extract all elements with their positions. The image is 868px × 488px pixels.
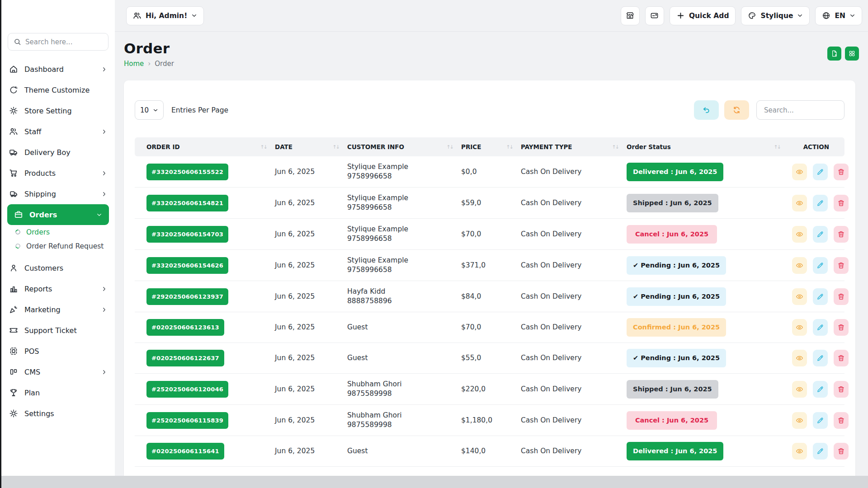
view-order-button[interactable] [792,195,807,211]
sidebar-item-products[interactable]: Products [1,163,115,183]
trash-icon [837,417,845,424]
sidebar-item-cms[interactable]: CMS [1,361,115,382]
view-order-button[interactable] [792,226,807,243]
order-id-badge[interactable]: #020250606122637 [146,350,224,366]
delete-order-button[interactable] [834,288,849,305]
user-menu-button[interactable]: Hi, Admin! [126,6,204,25]
edit-order-button[interactable] [813,164,828,180]
view-order-button[interactable] [792,443,807,460]
sidebar-search-input[interactable] [25,38,103,46]
payment-type: Cash On Delivery [516,156,622,188]
order-id-badge[interactable]: #020250606123613 [146,319,224,336]
sort-icon[interactable]: ↑↓ [506,144,513,150]
eye-icon [796,168,803,176]
sidebar-item-theme-customize[interactable]: Theme Customize [1,80,115,100]
view-order-button[interactable] [792,381,807,398]
sidebar-item-support-ticket[interactable]: Support Ticket [1,320,115,341]
sidebar-item-reports[interactable]: Reports [1,278,115,299]
sort-icon[interactable]: ↑↓ [612,144,618,150]
delete-order-button[interactable] [834,226,849,243]
edit-order-button[interactable] [813,443,828,460]
order-date: Jun 6, 2025 [270,250,343,281]
sidebar-search[interactable] [8,33,108,51]
row-actions [784,405,844,436]
quick-add-button[interactable]: Quick Add [670,6,736,25]
briefcase-icon [14,210,23,219]
delete-order-button[interactable] [834,381,849,398]
grid-view-button[interactable] [845,47,859,61]
sidebar-item-marketing[interactable]: Marketing [1,299,115,320]
sort-icon[interactable]: ↑↓ [447,144,453,150]
export-button[interactable] [827,47,841,61]
trash-icon [837,230,845,238]
store-switcher-button[interactable]: Stylique [741,6,810,25]
order-id-badge[interactable]: #2520250606115839 [146,412,228,429]
edit-order-button[interactable] [813,319,828,336]
undo-button[interactable] [694,100,719,120]
pencil-icon [816,230,824,238]
view-order-button[interactable] [792,164,807,180]
view-order-button[interactable] [792,257,807,274]
delete-order-button[interactable] [834,319,849,336]
pencil-icon [816,417,824,424]
sidebar-item-label: Customers [24,264,63,272]
sidebar-item-staff[interactable]: Staff [1,121,115,142]
order-id-badge[interactable]: #3320250606154703 [146,226,228,243]
edit-order-button[interactable] [813,226,828,243]
refresh-button[interactable] [724,100,749,120]
edit-order-button[interactable] [813,412,828,429]
sidebar-subitem-order-refund-request[interactable]: Order Refund Request [1,239,115,253]
edit-order-button[interactable] [813,288,828,305]
sort-icon[interactable]: ↑↓ [260,144,267,150]
storefront-button[interactable] [621,6,640,25]
order-price: $70,0 [457,312,516,343]
column-header-price[interactable]: PRICE↑↓ [457,137,516,156]
view-order-button[interactable] [792,350,807,366]
delete-order-button[interactable] [834,412,849,429]
table-search-input[interactable] [756,100,844,120]
delete-order-button[interactable] [834,164,849,180]
view-order-button[interactable] [792,412,807,429]
column-header-customer-info[interactable]: CUSTOMER INFO↑↓ [343,137,457,156]
order-id-badge[interactable]: #2920250606123937 [146,288,228,305]
sort-icon[interactable]: ↑↓ [774,144,780,150]
sidebar-item-label: Shipping [24,190,56,198]
delete-order-button[interactable] [834,443,849,460]
edit-order-button[interactable] [813,257,828,274]
per-page-select[interactable]: 10 [135,100,164,120]
column-header-order-status[interactable]: Order Status↑↓ [622,137,784,156]
edit-order-button[interactable] [813,381,828,398]
view-order-button[interactable] [792,319,807,336]
order-id-badge[interactable]: #3320250606155522 [146,164,228,180]
column-header-date[interactable]: DATE↑↓ [270,137,343,156]
order-id-badge[interactable]: #2520250606120046 [146,381,228,398]
language-button[interactable]: EN [815,6,862,25]
sidebar-item-orders[interactable]: Orders [7,204,109,225]
edit-order-button[interactable] [813,195,828,211]
order-id-badge[interactable]: #3320250606154821 [146,195,228,211]
sidebar-item-pos[interactable]: POS [1,341,115,361]
view-order-button[interactable] [792,288,807,305]
order-id-badge[interactable]: #3320250606154626 [146,257,228,274]
column-header-payment-type[interactable]: PAYMENT TYPE↑↓ [516,137,622,156]
sidebar-item-customers[interactable]: Customers [1,258,115,278]
order-id-badge[interactable]: #020250606115641 [146,443,224,460]
column-header-order-id[interactable]: ORDER ID↑↓ [135,137,270,156]
edit-order-button[interactable] [813,350,828,366]
sidebar-subitem-orders[interactable]: Orders [1,225,115,239]
sidebar-item-dashboard[interactable]: Dashboard [1,59,115,80]
subscription-button[interactable] [645,6,664,25]
sidebar-item-delivery-boy[interactable]: Delivery Boy [1,142,115,163]
breadcrumb-home-link[interactable]: Home [124,60,144,68]
sidebar-item-label: Reports [24,285,52,293]
sidebar-item-shipping[interactable]: Shipping [1,183,115,204]
delete-order-button[interactable] [834,195,849,211]
trash-icon [837,293,845,300]
sort-icon[interactable]: ↑↓ [333,144,339,150]
sidebar-item-plan[interactable]: Plan [1,382,115,403]
users-icon [133,11,142,20]
sidebar-item-settings[interactable]: Settings [1,403,115,424]
delete-order-button[interactable] [834,257,849,274]
sidebar-item-store-setting[interactable]: Store Setting [1,100,115,121]
delete-order-button[interactable] [834,350,849,366]
